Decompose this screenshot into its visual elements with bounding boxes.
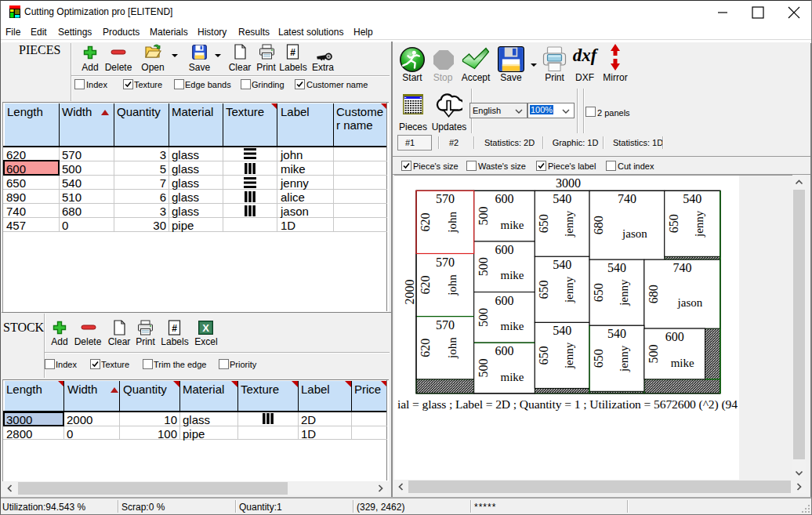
svg-text:3000: 3000 bbox=[556, 176, 581, 190]
svg-text:650: 650 bbox=[592, 283, 605, 302]
svg-text:jenny: jenny bbox=[563, 210, 575, 238]
svg-text:540: 540 bbox=[607, 261, 626, 274]
svg-text:500: 500 bbox=[477, 308, 490, 327]
svg-text:jenny: jenny bbox=[563, 342, 575, 369]
svg-text:john: john bbox=[446, 212, 459, 234]
svg-text:600: 600 bbox=[665, 330, 684, 343]
svg-text:620: 620 bbox=[419, 212, 432, 231]
svg-text:740: 740 bbox=[672, 261, 691, 274]
svg-text:mike: mike bbox=[501, 320, 524, 332]
svg-text:jason: jason bbox=[622, 227, 647, 240]
svg-text:540: 540 bbox=[553, 192, 571, 205]
svg-text:john: john bbox=[446, 337, 459, 359]
svg-text:500: 500 bbox=[477, 359, 490, 378]
svg-text:500: 500 bbox=[477, 207, 490, 226]
svg-text:jenny: jenny bbox=[693, 210, 705, 238]
svg-text:540: 540 bbox=[683, 192, 701, 205]
svg-text:650: 650 bbox=[592, 349, 605, 368]
svg-text:570: 570 bbox=[436, 192, 455, 205]
svg-text:2000: 2000 bbox=[403, 280, 416, 305]
svg-text:650: 650 bbox=[537, 214, 550, 233]
svg-text:mike: mike bbox=[501, 371, 524, 383]
svg-text:500: 500 bbox=[477, 257, 490, 276]
svg-text:mike: mike bbox=[501, 269, 524, 281]
svg-text:680: 680 bbox=[592, 216, 605, 234]
svg-text:jenny: jenny bbox=[618, 345, 630, 372]
svg-text:650: 650 bbox=[537, 280, 550, 299]
svg-text:X: X bbox=[202, 322, 209, 334]
svg-text:jenny: jenny bbox=[618, 279, 630, 306]
svg-text:600: 600 bbox=[495, 243, 514, 256]
svg-text:740: 740 bbox=[618, 192, 636, 205]
svg-text:500: 500 bbox=[647, 345, 660, 364]
svg-text:620: 620 bbox=[419, 276, 432, 295]
svg-text:620: 620 bbox=[419, 339, 432, 357]
svg-text:600: 600 bbox=[495, 192, 514, 205]
svg-text:#: # bbox=[172, 323, 177, 334]
svg-text:540: 540 bbox=[607, 327, 626, 340]
svg-text:ial = glass ; Label = 2D ; Qua: ial = glass ; Label = 2D ; Quantity = 1 … bbox=[397, 397, 738, 412]
svg-text:john: john bbox=[446, 274, 459, 296]
svg-text:jason: jason bbox=[677, 296, 703, 309]
svg-text:600: 600 bbox=[495, 344, 514, 357]
svg-text:650: 650 bbox=[537, 346, 550, 364]
svg-text:600: 600 bbox=[495, 294, 514, 307]
svg-text:570: 570 bbox=[436, 318, 455, 332]
svg-text:570: 570 bbox=[436, 256, 455, 269]
svg-text:#: # bbox=[290, 47, 295, 58]
svg-text:680: 680 bbox=[647, 285, 660, 303]
svg-text:540: 540 bbox=[553, 258, 571, 271]
svg-text:mike: mike bbox=[671, 357, 694, 369]
svg-text:mike: mike bbox=[501, 219, 524, 231]
svg-text:jenny: jenny bbox=[563, 276, 575, 303]
svg-text:540: 540 bbox=[553, 324, 571, 337]
svg-text:650: 650 bbox=[667, 214, 680, 233]
